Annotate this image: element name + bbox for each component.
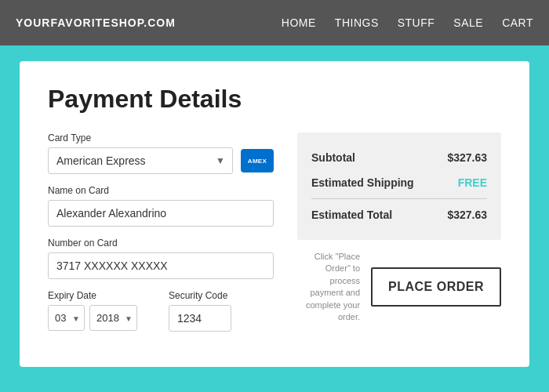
subtotal-label: Subtotal [311, 151, 355, 164]
nav-stuff[interactable]: STUFF [398, 16, 435, 29]
nav-things[interactable]: THINGS [335, 16, 379, 29]
card-type-row: American Express Visa MasterCard Discove… [48, 147, 274, 174]
place-order-note: Click "Place Order" to process payment a… [297, 251, 360, 323]
site-logo: YOURFAVORITESHOP.COM [16, 16, 176, 29]
security-label: Security Code [169, 290, 274, 301]
payment-form: Card Type American Express Visa MasterCa… [48, 132, 274, 332]
main-container: Payment Details Card Type American Expre… [0, 45, 549, 392]
card-number-input[interactable] [48, 252, 274, 279]
expiry-group: Expiry Date 010203 040506 070809 101112 … [48, 290, 153, 332]
security-code-input[interactable] [169, 305, 231, 332]
total-value: $327.63 [447, 209, 487, 221]
number-group: Number on Card [48, 238, 274, 279]
expiry-security-row: Expiry Date 010203 040506 070809 101112 … [48, 290, 274, 332]
page-title: Payment Details [48, 85, 501, 114]
total-label: Estimated Total [311, 209, 392, 221]
card-type-label: Card Type [48, 132, 274, 143]
amex-logo: AMEX [241, 149, 274, 172]
expiry-label: Expiry Date [48, 290, 153, 301]
card-type-select[interactable]: American Express Visa MasterCard Discove… [48, 147, 233, 174]
shipping-label: Estimated Shipping [311, 176, 414, 189]
number-label: Number on Card [48, 238, 274, 249]
subtotal-value: $327.63 [447, 151, 487, 164]
nav-sale[interactable]: SALE [453, 16, 483, 29]
name-label: Name on Card [48, 185, 274, 196]
nav-cart[interactable]: CART [502, 16, 533, 29]
main-nav: HOME THINGS STUFF SALE CART [282, 16, 533, 29]
expiry-month-wrapper: 010203 040506 070809 101112 ▼ [48, 305, 85, 331]
subtotal-row: Subtotal $327.63 [311, 145, 487, 170]
name-input[interactable] [48, 200, 274, 227]
name-group: Name on Card [48, 185, 274, 227]
summary-section: Subtotal $327.63 Estimated Shipping FREE… [297, 132, 501, 332]
shipping-row: Estimated Shipping FREE [311, 170, 487, 195]
header: YOURFAVORITESHOP.COM HOME THINGS STUFF S… [0, 0, 549, 45]
total-row: Estimated Total $327.63 [311, 198, 487, 227]
order-bottom: Click "Place Order" to process payment a… [297, 251, 501, 323]
shipping-value: FREE [458, 176, 487, 189]
nav-home[interactable]: HOME [282, 16, 316, 29]
place-order-button[interactable]: PLACE ORDER [371, 267, 501, 307]
expiry-selects: 010203 040506 070809 101112 ▼ 2018201920… [48, 305, 153, 331]
expiry-month-select[interactable]: 010203 040506 070809 101112 [48, 305, 85, 331]
summary-box: Subtotal $327.63 Estimated Shipping FREE… [297, 132, 501, 240]
card-type-group: Card Type American Express Visa MasterCa… [48, 132, 274, 174]
security-group: Security Code [169, 290, 274, 332]
expiry-year-wrapper: 201820192020 202120222023 ▼ [89, 305, 137, 331]
card-type-select-wrapper: American Express Visa MasterCard Discove… [48, 147, 233, 174]
payment-card: Payment Details Card Type American Expre… [20, 61, 529, 367]
expiry-year-select[interactable]: 201820192020 202120222023 [89, 305, 137, 331]
content-layout: Card Type American Express Visa MasterCa… [48, 132, 501, 332]
